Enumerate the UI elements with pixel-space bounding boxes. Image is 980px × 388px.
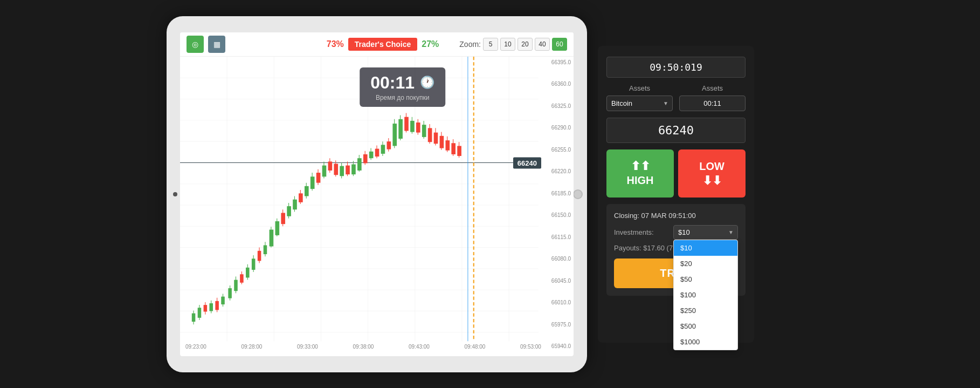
time-display: 09:50:019 [606, 57, 746, 78]
arrow-down-icon: ⬇⬇ [702, 175, 722, 187]
y-label-8: 66150.0 [551, 212, 571, 218]
y-label-5: 66255.0 [551, 147, 571, 153]
dropdown-item-500[interactable]: $500 [674, 318, 737, 334]
svg-rect-51 [275, 221, 280, 235]
x-label-2: 09:28:00 [241, 344, 263, 350]
arrow-up-icon: ⬆⬆ [631, 160, 650, 172]
svg-rect-69 [328, 161, 333, 171]
investments-select[interactable]: $10 $20 $50 $100 $250 $500 $1000 [673, 225, 738, 240]
x-label-5: 09:43:00 [409, 344, 430, 350]
timer-value: 00:11 [370, 73, 415, 93]
y-label-4: 66290.0 [551, 125, 571, 131]
btn-high[interactable]: ⬆⬆ HIGH [606, 149, 674, 198]
zoom-5[interactable]: 5 [483, 38, 498, 51]
price-display: 66240 [606, 118, 746, 143]
svg-rect-77 [351, 164, 356, 174]
tablet-device: ◎ ▦ 73% Trader's Choice 27% Zoom: 5 10 2… [167, 16, 587, 372]
x-axis: 09:23:00 09:28:00 09:33:00 09:38:00 09:4… [185, 344, 541, 350]
timer-overlay: 00:11 🕐 Время до покупки [360, 67, 445, 107]
y-label-12: 66010.0 [551, 299, 571, 305]
timer-label: Время до покупки [370, 94, 434, 101]
x-label-4: 09:38:00 [353, 344, 374, 350]
zoom-10[interactable]: 10 [500, 38, 515, 51]
zoom-20[interactable]: 20 [517, 38, 533, 51]
y-label-11: 66045.0 [551, 278, 571, 284]
btn-low-label: LOW [699, 160, 724, 173]
timer-clock-icon: 🕐 [420, 76, 434, 90]
y-label-1: 66395.0 [551, 59, 571, 65]
x-label-1: 09:23:00 [185, 344, 206, 350]
svg-rect-93 [398, 119, 403, 138]
btn-low[interactable]: LOW ⬇⬇ [678, 149, 746, 198]
y-label-14: 65940.0 [551, 343, 571, 349]
dropdown-item-250[interactable]: $250 [674, 303, 737, 318]
asset-time-input[interactable] [679, 96, 746, 111]
investments-select-wrapper[interactable]: $10 $20 $50 $100 $250 $500 $1000 [673, 225, 738, 240]
y-label-13: 65975.0 [551, 322, 571, 328]
dropdown-item-100[interactable]: $100 [674, 287, 737, 303]
pct-right: 27% [422, 39, 439, 49]
x-label-7: 09:53:00 [520, 344, 541, 350]
zoom-60[interactable]: 60 [552, 38, 567, 51]
investments-label: Investments: [614, 228, 654, 236]
dropdown-item-20[interactable]: $20 [674, 256, 737, 271]
tablet-dot [173, 192, 177, 196]
zoom-40[interactable]: 40 [535, 38, 550, 51]
x-label-6: 09:48:00 [465, 344, 486, 350]
y-label-3: 66325.0 [551, 103, 571, 109]
y-label-2: 66360.0 [551, 81, 571, 87]
trader-choice-badge: Trader's Choice [348, 38, 417, 51]
y-label-7: 66185.0 [551, 190, 571, 196]
dropdown-item-1000[interactable]: $1000 [674, 334, 737, 350]
trade-buttons: ⬆⬆ HIGH LOW ⬇⬇ [606, 149, 746, 198]
assets-row: Assets Bitcoin Assets [606, 84, 746, 111]
trader-section: 73% Trader's Choice 27% [327, 38, 439, 51]
tablet-home-button[interactable] [573, 189, 583, 199]
assets-col-1: Assets Bitcoin [606, 84, 673, 111]
assets-col-2: Assets [679, 84, 746, 111]
svg-rect-53 [281, 213, 285, 224]
chart-area: 66395.0 66360.0 66325.0 66290.0 66255.0 … [180, 57, 574, 352]
timer-time-row: 00:11 🕐 [370, 73, 434, 93]
closing-text: Closing: 07 MAR 09:51:00 [614, 212, 738, 220]
assets-label-2: Assets [679, 84, 746, 92]
y-label-10: 66080.0 [551, 256, 571, 262]
btn-high-label: HIGH [627, 174, 654, 187]
current-price-tag: 66240 [513, 157, 541, 168]
chart-container: ◎ ▦ 73% Trader's Choice 27% Zoom: 5 10 2… [180, 32, 574, 356]
closing-info: Closing: 07 MAR 09:51:00 Investments: $1… [606, 204, 746, 296]
pct-left: 73% [327, 39, 344, 49]
payouts-label: Payouts: $17.60 (7 [614, 244, 673, 252]
tool-btn-chart1[interactable]: ◎ [187, 36, 204, 53]
chart-toolbar: ◎ ▦ 73% Trader's Choice 27% Zoom: 5 10 2… [180, 32, 574, 57]
asset-select-wrapper[interactable]: Bitcoin [606, 96, 673, 111]
y-label-6: 66220.0 [551, 168, 571, 174]
tool-btn-chart2[interactable]: ▦ [208, 36, 225, 53]
svg-rect-111 [451, 143, 456, 154]
svg-rect-101 [422, 125, 426, 137]
svg-rect-85 [375, 148, 379, 156]
zoom-label: Zoom: [459, 40, 481, 49]
x-label-3: 09:33:00 [297, 344, 318, 350]
investments-dropdown: $10 $20 $50 $100 $250 $500 $1000 [673, 240, 738, 350]
right-panel: 09:50:019 Assets Bitcoin Assets 66240 ⬆⬆… [598, 46, 754, 343]
investments-row: Investments: $10 $20 $50 $100 $250 $500 … [614, 225, 738, 240]
y-label-9: 66115.0 [551, 234, 571, 240]
zoom-section: Zoom: 5 10 20 40 60 [459, 38, 567, 51]
asset-select[interactable]: Bitcoin [606, 96, 673, 111]
assets-label-1: Assets [606, 84, 673, 92]
y-axis: 66395.0 66360.0 66325.0 66290.0 66255.0 … [551, 57, 571, 352]
dropdown-item-10[interactable]: $10 [674, 240, 737, 256]
svg-rect-61 [305, 186, 309, 196]
dropdown-item-50[interactable]: $50 [674, 271, 737, 287]
